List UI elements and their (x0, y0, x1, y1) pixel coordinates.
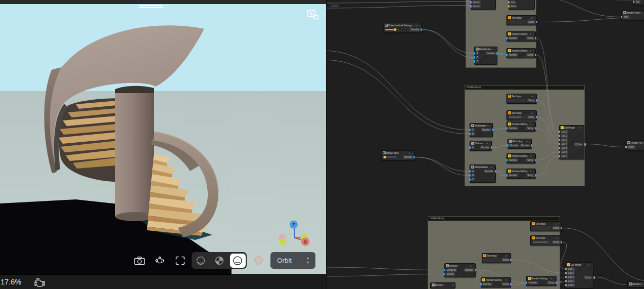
viewport-3d[interactable]: Z X (0, 4, 326, 274)
input-port-label[interactable]: C (476, 60, 479, 63)
input-port[interactable] (506, 127, 508, 130)
panel-collapse-handle[interactable] (331, 5, 339, 7)
slider-knob[interactable] (394, 28, 396, 31)
node-menu-icons[interactable]: ⟳ ⋮ (530, 155, 534, 157)
output-port-label[interactable]: T_List (584, 276, 592, 279)
node-division-bot-2[interactable]: ÷Divisionfx (430, 282, 455, 288)
output-port-label[interactable]: String (526, 158, 534, 162)
output-port[interactable] (536, 99, 537, 102)
node-header[interactable]: ◆Render Point⟳ ⋮ (626, 141, 644, 145)
node-menu-icons[interactable]: ⟳ ⋮ (530, 50, 534, 52)
node-menu-icons[interactable]: fx ⋮ (487, 125, 491, 127)
input-port[interactable] (507, 144, 509, 147)
zoom-to-selection-button[interactable] (150, 252, 170, 269)
value-field[interactable]: - (508, 99, 526, 102)
node-text-input-mid-1[interactable]: TText Input⇄ ⋮-String (507, 94, 537, 104)
input-port[interactable] (506, 174, 508, 177)
input-port[interactable] (506, 54, 508, 56)
node-text-input-top[interactable]: TText Input⇄ ⋮-String (507, 15, 537, 25)
input-port[interactable] (565, 280, 567, 282)
output-port-label[interactable]: String (526, 174, 534, 177)
node-render-point-top[interactable]: ◆Render Point⟳ ⋮Item (621, 10, 644, 20)
output-port-label[interactable]: Number (464, 268, 474, 272)
node-header[interactable]: ≈Rounding⟳ ⋮ (508, 139, 531, 143)
node-header[interactable]: TText Input⇄ ⋮ (507, 94, 536, 98)
node-item-merge-top[interactable]: Item 1ItemItem 2Item 3 (471, 0, 496, 10)
node-item-list-top[interactable]: ItemItemListFlow (509, 0, 535, 10)
node-header[interactable]: ∗Multiplicationfx ⋮ (470, 123, 492, 128)
output-port-label[interactable]: String (527, 20, 535, 24)
node-number-setting-mid-1[interactable]: #Number Setting⟳ ⋮NumberString (507, 121, 536, 132)
output-port[interactable] (531, 144, 532, 147)
input-port-label[interactable]: List 4 (561, 142, 568, 146)
shading-solid-button[interactable] (210, 252, 228, 269)
input-port[interactable] (565, 284, 567, 286)
output-port[interactable] (475, 269, 476, 271)
node-division-bot-1[interactable]: ÷Divisionfx ⋮DividendNumberDivisor (444, 263, 476, 277)
input-port[interactable] (559, 135, 560, 137)
input-port-label[interactable]: A (471, 128, 475, 132)
value-field[interactable]: - (483, 258, 500, 262)
node-text-input-mid-2[interactable]: TText Input⇄ ⋮CentimetersString (507, 110, 537, 120)
input-port-label[interactable]: List 5 (567, 283, 575, 287)
node-header[interactable]: #Number Setting⟳ ⋮ (507, 154, 535, 158)
node-menu-icons[interactable]: fx (452, 284, 454, 286)
value-field[interactable]: Centimeters (508, 115, 526, 119)
input-port[interactable] (559, 151, 560, 153)
camera-capture-button[interactable] (129, 252, 150, 269)
output-port-label[interactable]: String (501, 282, 510, 286)
node-header[interactable]: ◧Range Input⟳ ⋮ (382, 151, 414, 155)
node-slider-range[interactable]: ◧Range Input⟳ ⋮Number (381, 150, 415, 160)
fullscreen-button[interactable] (170, 252, 190, 269)
input-port-label[interactable]: List 6 (561, 150, 568, 154)
output-port-label[interactable]: String (527, 99, 535, 102)
slider-track[interactable] (383, 156, 397, 158)
input-port-label[interactable]: Number (508, 53, 518, 57)
input-port[interactable] (559, 143, 560, 145)
axis-gizmo[interactable]: Z X (274, 217, 315, 248)
input-port-label[interactable]: Number (508, 158, 518, 162)
node-menu-icons[interactable]: fx ⋮ (492, 48, 496, 51)
shading-matcap-button[interactable] (230, 254, 246, 268)
input-port[interactable] (559, 147, 560, 149)
output-port-label[interactable]: String (552, 240, 560, 244)
node-text-input-bot-2[interactable]: TText Input⇄ ⋮Custom colourString (530, 235, 562, 245)
camera-mode-dropdown[interactable]: Orbit (270, 252, 315, 269)
node-menu-icons[interactable]: ⟳ ⋮ (416, 24, 420, 27)
node-menu-icons[interactable]: ⇄ ⋮ (556, 223, 560, 225)
node-number-setting-bot-2[interactable]: #Number Setting⟳ ⋮NumberString (526, 276, 557, 286)
node-editor-canvas[interactable]: Untitled GroupUntitled Group Item 1ItemI… (326, 0, 644, 289)
input-port-label[interactable]: Flow (510, 5, 517, 8)
input-port-label[interactable]: A (476, 52, 479, 55)
node-list-merge-bot[interactable]: ≡List Merge⟳ ⋮List 1List 2List 3List 4Li… (566, 262, 593, 288)
input-port-label[interactable]: List 3 (561, 138, 568, 142)
output-port[interactable] (510, 283, 512, 285)
group-bottom-title[interactable]: Untitled Group (428, 217, 560, 221)
input-port-label[interactable]: List 2 (561, 134, 568, 138)
node-menu-icons[interactable]: ⟳ ⋮ (588, 264, 592, 266)
output-port-label[interactable]: String (527, 115, 535, 119)
shading-wireframe-button[interactable] (192, 252, 210, 269)
input-port-label[interactable]: B (476, 56, 479, 59)
input-port[interactable] (565, 276, 567, 278)
node-list-merge-mid[interactable]: ≡List Merge⟳ ⋮List 1List 2List 3List 4Li… (559, 125, 584, 159)
output-port[interactable] (561, 241, 562, 243)
input-port-label[interactable]: List 2 (567, 271, 575, 275)
node-sliver-top[interactable]: List (633, 0, 644, 5)
input-port[interactable] (621, 16, 622, 18)
input-port[interactable] (469, 178, 471, 181)
input-port-label[interactable]: List (510, 1, 516, 4)
input-port-label[interactable]: C (471, 178, 475, 181)
output-port-label[interactable]: String (501, 258, 510, 262)
node-text-input-bot-3[interactable]: TText Input⇄ ⋮-String (482, 253, 511, 263)
input-port-label[interactable]: List 5 (561, 146, 568, 150)
input-port-label[interactable]: A (471, 170, 475, 173)
output-port[interactable] (561, 227, 562, 229)
node-number-setting-mid-2[interactable]: #Number Setting⟳ ⋮NumberString (507, 153, 536, 163)
node-menu-icons[interactable]: ⟳ ⋮ (579, 127, 583, 129)
node-menu-icons[interactable]: ⇄ ⋮ (531, 112, 535, 114)
input-port-label[interactable]: List 7 (561, 154, 568, 158)
node-header[interactable]: TText Input⇄ ⋮ (482, 254, 511, 258)
node-menu-icons[interactable]: ⟳ ⋮ (409, 152, 413, 154)
node-menu-icons[interactable]: ⟳ ⋮ (530, 123, 534, 126)
